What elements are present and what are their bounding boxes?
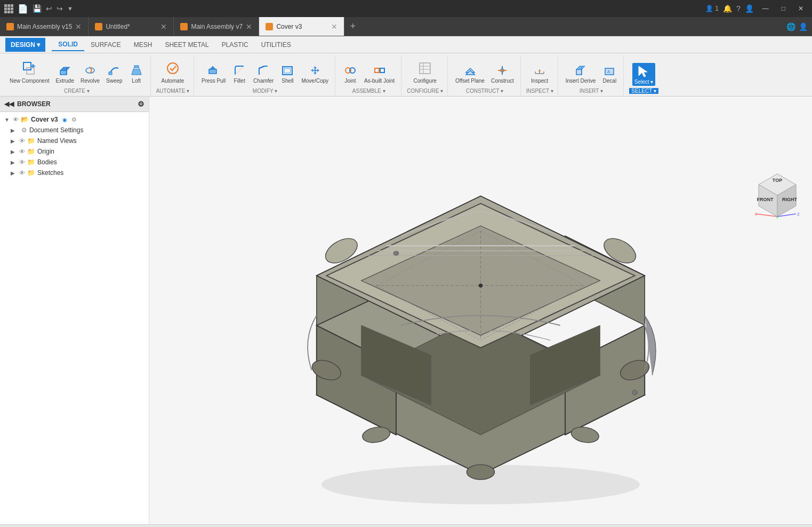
more-button[interactable]: ▼ bbox=[67, 5, 73, 12]
tree-arrow-doc[interactable]: ▶ bbox=[11, 127, 17, 133]
tree-eye-sketches[interactable]: 👁 bbox=[19, 170, 25, 176]
tree-arrow-named[interactable]: ▶ bbox=[11, 138, 17, 144]
btn-press-pull[interactable]: Press Pull bbox=[199, 62, 228, 85]
svg-rect-10 bbox=[134, 66, 139, 68]
btn-loft[interactable]: Loft bbox=[127, 62, 146, 85]
tree-label-bodies: Bodies bbox=[37, 158, 57, 166]
tree-item-cover[interactable]: ▼ 👁 📂 Cover v3 ◉ ⚙ bbox=[0, 114, 149, 125]
inspect-label[interactable]: INSPECT ▾ bbox=[526, 87, 553, 94]
btn-offset-plane[interactable]: Offset Plane bbox=[453, 62, 487, 85]
btn-joint[interactable]: Joint bbox=[341, 62, 360, 85]
tab-solid[interactable]: SOLID bbox=[52, 38, 84, 51]
tree-folder-named: 📁 bbox=[27, 137, 35, 145]
insert-label[interactable]: INSERT ▾ bbox=[580, 87, 603, 94]
tree-item-doc-settings[interactable]: ▶ ⚙ Document Settings bbox=[0, 125, 149, 135]
tab-main-assembly-v15[interactable]: Main Assembly v15 ✕ bbox=[0, 17, 89, 36]
tab-add-button[interactable]: + bbox=[344, 17, 361, 36]
tab-cover-v3[interactable]: Cover v3 ✕ bbox=[259, 17, 344, 36]
tree-item-origin[interactable]: ▶ 👁 📁 Origin bbox=[0, 146, 149, 157]
group-construct: Offset Plane Construct CONSTRUCT ▾ bbox=[449, 55, 521, 96]
tree-item-named-views[interactable]: ▶ 👁 📁 Named Views bbox=[0, 135, 149, 146]
tab-main-assembly-v7[interactable]: Main Assembly v7 ✕ bbox=[174, 17, 259, 36]
tab-plastic[interactable]: PLASTIC bbox=[215, 39, 255, 51]
configure-label[interactable]: CONFIGURE ▾ bbox=[407, 87, 443, 94]
tree-item-bodies[interactable]: ▶ 👁 📁 Bodies bbox=[0, 157, 149, 167]
account-icon[interactable]: 👤 bbox=[745, 4, 754, 13]
btn-move[interactable]: Move/Copy bbox=[299, 62, 331, 85]
svg-rect-24 bbox=[380, 68, 384, 73]
maximize-button[interactable]: □ bbox=[777, 4, 790, 13]
assemble-buttons: Joint As-built Joint bbox=[341, 55, 397, 87]
modify-label[interactable]: MODIFY ▾ bbox=[253, 87, 277, 94]
svg-text:A: A bbox=[607, 69, 610, 74]
btn-revolve[interactable]: Revolve bbox=[78, 62, 102, 85]
btn-new-component[interactable]: New Component bbox=[7, 58, 51, 85]
tab-mesh[interactable]: MESH bbox=[127, 39, 159, 51]
tab-close-4[interactable]: ✕ bbox=[331, 22, 337, 31]
btn-extrude[interactable]: Extrude bbox=[53, 62, 76, 85]
btn-decal[interactable]: A Decal bbox=[600, 62, 619, 85]
construct-label[interactable]: CONSTRUCT ▾ bbox=[466, 87, 503, 94]
nav-cube[interactable]: TOP FRONT RIGHT X Y Z bbox=[753, 171, 801, 219]
browser-settings-icon[interactable]: ⚙ bbox=[138, 100, 144, 108]
file-menu-icon[interactable]: 📄 bbox=[18, 4, 28, 14]
tab-icon-2 bbox=[95, 23, 102, 30]
tree-eye-origin[interactable]: 👁 bbox=[19, 148, 25, 155]
tab-icon-4 bbox=[266, 23, 273, 30]
create-label[interactable]: CREATE ▾ bbox=[64, 87, 90, 94]
user-count-icon[interactable]: 👤 1 bbox=[705, 5, 719, 12]
btn-insert-derive[interactable]: Insert Derive bbox=[564, 62, 598, 85]
assemble-label[interactable]: ASSEMBLE ▾ bbox=[352, 87, 385, 94]
tab-nav-right[interactable]: 👤 bbox=[799, 22, 808, 31]
viewport[interactable]: TOP FRONT RIGHT X Y Z bbox=[149, 97, 812, 524]
undo-button[interactable]: ↩ bbox=[46, 4, 52, 13]
tree-pin-icon[interactable]: ◉ bbox=[62, 117, 67, 123]
svg-rect-15 bbox=[209, 69, 216, 74]
btn-measure[interactable]: Inspect bbox=[529, 62, 550, 85]
tab-close-1[interactable]: ✕ bbox=[75, 22, 82, 31]
tree-eye-named[interactable]: 👁 bbox=[19, 138, 25, 144]
btn-label-construct-more: Construct bbox=[491, 78, 514, 84]
group-configure: Configure CONFIGURE ▾ bbox=[403, 55, 448, 96]
close-button[interactable]: ✕ bbox=[794, 4, 808, 13]
tab-sheetmetal[interactable]: SHEET METAL bbox=[158, 39, 215, 51]
tree-settings-icon[interactable]: ⚙ bbox=[71, 116, 77, 123]
tab-utilities[interactable]: UTILITIES bbox=[255, 39, 298, 51]
btn-configure[interactable]: Configure bbox=[412, 58, 439, 85]
btn-select[interactable]: Select ▾ bbox=[632, 63, 656, 86]
save-button[interactable]: 💾 bbox=[33, 4, 42, 13]
tab-surface[interactable]: SURFACE bbox=[84, 39, 127, 51]
tab-close-3[interactable]: ✕ bbox=[246, 22, 252, 31]
btn-label-sweep: Sweep bbox=[106, 78, 123, 84]
btn-shell[interactable]: Shell bbox=[278, 62, 297, 85]
btn-construct-more[interactable]: Construct bbox=[489, 62, 516, 85]
tree-arrow-bodies[interactable]: ▶ bbox=[11, 159, 17, 165]
app-grid-icon[interactable] bbox=[4, 4, 13, 13]
tree-folder-icon-cover: 📂 bbox=[21, 116, 29, 123]
redo-button[interactable]: ↪ bbox=[57, 4, 63, 13]
tree-eye-bodies[interactable]: 👁 bbox=[19, 159, 25, 165]
help-icon[interactable]: ? bbox=[736, 4, 741, 13]
design-button[interactable]: DESIGN ▾ bbox=[5, 38, 45, 52]
btn-sweep[interactable]: Sweep bbox=[104, 62, 125, 85]
tab-nav-left[interactable]: 🌐 bbox=[786, 22, 795, 31]
tree-arrow-cover[interactable]: ▼ bbox=[4, 117, 11, 123]
tree-arrow-sketches[interactable]: ▶ bbox=[11, 170, 17, 176]
btn-automate[interactable]: Automate bbox=[159, 58, 186, 85]
svg-point-88 bbox=[632, 390, 637, 395]
tree-item-sketches[interactable]: ▶ 👁 📁 Sketches bbox=[0, 167, 149, 178]
inspect-buttons: Inspect bbox=[529, 55, 550, 87]
tree-eye-icon[interactable]: 👁 bbox=[13, 116, 19, 123]
minimize-button[interactable]: — bbox=[758, 4, 773, 13]
tree-arrow-origin[interactable]: ▶ bbox=[11, 149, 17, 155]
tab-close-2[interactable]: ✕ bbox=[160, 22, 167, 31]
btn-fillet[interactable]: Fillet bbox=[230, 62, 249, 85]
notification-icon[interactable]: 🔔 bbox=[723, 4, 732, 13]
automate-label[interactable]: AUTOMATE ▾ bbox=[156, 87, 189, 94]
select-label[interactable]: SELECT ▾ bbox=[629, 88, 658, 94]
btn-as-built[interactable]: As-built Joint bbox=[362, 62, 397, 85]
main-content: ◀◀ BROWSER ⚙ ▼ 👁 📂 Cover v3 ◉ ⚙ ▶ ⚙ Docu… bbox=[0, 97, 812, 524]
btn-chamfer[interactable]: Chamfer bbox=[251, 62, 276, 85]
tab-untitled[interactable]: Untitled* ✕ bbox=[89, 17, 174, 36]
browser-collapse-icon[interactable]: ◀◀ bbox=[4, 100, 14, 108]
